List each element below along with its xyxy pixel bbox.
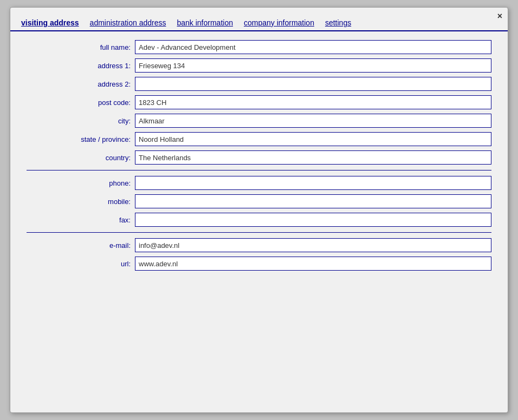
- city-input[interactable]: [135, 114, 491, 128]
- mobile-input[interactable]: [135, 194, 491, 208]
- country-label: country:: [27, 154, 135, 162]
- tab-bank-information[interactable]: bank information: [177, 18, 233, 30]
- country-input[interactable]: [135, 150, 491, 165]
- form-row: e-mail:: [27, 238, 491, 252]
- close-button[interactable]: ×: [497, 12, 502, 21]
- tab-bar: visiting address administration address …: [10, 13, 508, 31]
- phone-label: phone:: [27, 179, 135, 187]
- form-content: full name: address 1: address 2: post co…: [10, 31, 508, 280]
- form-row: fax:: [27, 213, 491, 227]
- form-row: address 2:: [27, 77, 491, 91]
- city-label: city:: [27, 117, 135, 125]
- form-row: state / province:: [27, 132, 491, 146]
- address1-label: address 1:: [27, 62, 135, 70]
- form-row: url:: [27, 257, 491, 271]
- phone-section: phone: mobile: fax:: [27, 176, 491, 227]
- full-name-label: full name:: [27, 43, 135, 51]
- state-province-input[interactable]: [135, 132, 491, 146]
- form-row: city:: [27, 114, 491, 128]
- email-label: e-mail:: [27, 241, 135, 250]
- address-section: full name: address 1: address 2: post co…: [27, 40, 491, 165]
- tab-administration-address[interactable]: administration address: [90, 18, 166, 30]
- tab-company-information[interactable]: company information: [244, 18, 314, 30]
- form-row: mobile:: [27, 194, 491, 208]
- mobile-label: mobile:: [27, 198, 135, 206]
- email-input[interactable]: [135, 238, 491, 252]
- tab-visiting-address[interactable]: visiting address: [21, 18, 79, 30]
- url-label: url:: [27, 260, 135, 268]
- post-code-input[interactable]: [135, 95, 491, 109]
- url-input[interactable]: [135, 257, 491, 271]
- form-row: country:: [27, 150, 491, 165]
- address1-input[interactable]: [135, 58, 491, 73]
- post-code-label: post code:: [27, 99, 135, 107]
- tab-settings[interactable]: settings: [325, 18, 351, 30]
- form-row: phone:: [27, 176, 491, 190]
- fax-label: fax:: [27, 216, 135, 224]
- form-row: full name:: [27, 40, 491, 54]
- state-province-label: state / province:: [27, 135, 135, 143]
- section-divider-1: [27, 170, 491, 170]
- address2-label: address 2:: [27, 80, 135, 88]
- section-divider-2: [27, 232, 491, 233]
- form-row: post code:: [27, 95, 491, 109]
- full-name-input[interactable]: [135, 40, 491, 54]
- address2-input[interactable]: [135, 77, 491, 91]
- contact-section: e-mail: url:: [27, 238, 491, 271]
- phone-input[interactable]: [135, 176, 491, 190]
- form-row: address 1:: [27, 58, 491, 73]
- dialog: × visiting address administration addres…: [10, 7, 508, 413]
- fax-input[interactable]: [135, 213, 491, 227]
